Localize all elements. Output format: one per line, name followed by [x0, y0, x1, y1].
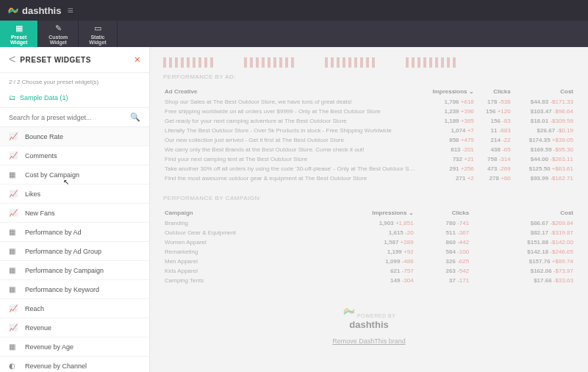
widget-item-label: Performance by Campaign	[25, 267, 104, 274]
performance-by-campaign-table: Campaign Impressions ⌄ Clicks Cost Brand…	[163, 207, 575, 285]
section-campaign-title: PERFORMANCE BY CAMPAIGN:	[163, 195, 575, 201]
row-name: Camping Tents	[163, 276, 320, 285]
widget-item[interactable]: ◐Revenue by Channel	[0, 357, 149, 372]
col-cost[interactable]: Cost	[470, 207, 575, 218]
row-cost: $142.18 -$246.65	[470, 247, 575, 257]
row-cost: $44.00 -$263.11	[512, 154, 575, 164]
widget-item-label: Likes	[25, 190, 40, 198]
table-row: Free shipping worldwide on all orders ov…	[163, 107, 575, 116]
line-icon: 📈	[9, 132, 19, 140]
row-name: Our new collection just arrived - Get it…	[163, 135, 417, 145]
col-cost[interactable]: Cost	[512, 86, 575, 97]
col-impressions[interactable]: Impressions ⌄	[417, 86, 476, 97]
table-row: Get ready for your next camping adventur…	[163, 116, 575, 126]
widget-item[interactable]: 📈Comments	[0, 146, 149, 165]
row-impressions: 291 +256	[417, 164, 476, 174]
col-ad-creative: Ad Creative	[163, 86, 417, 97]
widget-item[interactable]: 📈Bounce Rate	[0, 127, 149, 146]
row-cost: $93.99 -$162.71	[512, 174, 575, 183]
widget-item-label: Revenue by Channel	[25, 362, 87, 370]
table-row: We carry only the Best Brands at the Bes…	[163, 145, 575, 154]
row-impressions: 1,903 +1,851	[320, 218, 415, 228]
widget-list: 📈Bounce Rate📈Comments▦Cost by Campaign📈L…	[0, 127, 149, 372]
row-name: Remarketing	[163, 247, 320, 257]
row-name: Take another 30% off all orders by using…	[163, 164, 417, 174]
row-clicks: 278 +80	[476, 174, 512, 183]
table-row: Branding1,903 +1,851780 -741$86.67 -$269…	[163, 218, 575, 228]
widget-item-label: Revenue	[25, 324, 51, 332]
widget-item[interactable]: 📈Revenue	[0, 318, 149, 337]
line-icon: 📈	[9, 304, 19, 312]
line-icon: 📈	[9, 151, 19, 160]
row-clicks: 326 -625	[415, 257, 471, 266]
back-icon[interactable]: <	[9, 53, 15, 66]
row-clicks: 584 -100	[415, 247, 471, 257]
pie-icon: ◐	[9, 362, 19, 370]
widget-tab-bar: ▦ PresetWidget ✎ CustomWidget ▭ StaticWi…	[0, 21, 588, 47]
widget-item[interactable]: ▦Performance by Ad	[0, 223, 149, 242]
widget-item[interactable]: 📈Reach	[0, 299, 149, 318]
row-clicks: 860 -442	[415, 237, 471, 247]
row-name: Men Apparel	[163, 257, 320, 266]
widget-item[interactable]: 📈Likes	[0, 185, 149, 204]
row-impressions: 149 -304	[320, 276, 415, 285]
widget-item[interactable]: ▦Performance by Campaign	[0, 261, 149, 280]
line-icon: 📈	[9, 190, 19, 198]
static-widget-icon: ▭	[94, 24, 101, 33]
table-row: Camping Tents149 -30437 -171$17.66 -$33.…	[163, 276, 575, 285]
search-input[interactable]	[9, 114, 130, 121]
widget-item-label: New Fans	[25, 210, 55, 217]
widget-item[interactable]: ▦Performance by Keyword	[0, 280, 149, 299]
row-name: Women Apparel	[163, 237, 320, 247]
grid-icon: ▦	[9, 247, 19, 255]
col-impressions[interactable]: Impressions ⌄	[320, 207, 415, 218]
row-impressions: 1,074 +7	[417, 126, 476, 135]
tab-static-widget[interactable]: ▭ StaticWidget	[79, 21, 117, 47]
row-clicks: 37 -171	[415, 276, 471, 285]
custom-widget-icon: ✎	[55, 24, 62, 33]
row-name: Free shipping worldwide on all orders ov…	[163, 107, 417, 116]
table-row: Literally The Best Outdoor Store - Over …	[163, 126, 575, 135]
table-row: Shop our Sales at The Best Outdoor Store…	[163, 97, 575, 107]
row-cost: $44.83 -$171.33	[512, 97, 575, 107]
row-cost: $82.17 -$319.87	[470, 228, 575, 237]
row-cost: $18.01 -$309.59	[512, 116, 575, 126]
row-cost: $169.59 -$95.30	[512, 145, 575, 154]
grid-icon: ▦	[9, 228, 19, 236]
preset-widgets-panel: < PRESET WIDGETS × 2 / 2 Choose your pre…	[0, 47, 150, 372]
table-row: Men Apparel1,099 -486326 -625$157.76 +$8…	[163, 257, 575, 266]
widget-item-label: Reach	[25, 305, 44, 312]
row-cost: $162.06 -$73.97	[470, 266, 575, 276]
row-clicks: 156 -83	[476, 116, 512, 126]
breadcrumb: 2 / 2 Choose your preset widget(s)	[0, 73, 149, 91]
sample-data-row[interactable]: 🗂 Sample Data (1)	[0, 91, 149, 108]
menu-icon[interactable]: ≡	[67, 4, 73, 16]
col-clicks[interactable]: Clicks	[415, 207, 471, 218]
widget-item-label: Performance by Keyword	[25, 286, 99, 293]
close-icon[interactable]: ×	[135, 54, 140, 65]
widget-item[interactable]: ▦Performance by Ad Group	[0, 242, 149, 261]
performance-by-ad-table: Ad Creative Impressions ⌄ Clicks Cost Sh…	[163, 86, 575, 183]
row-name: Shop our Sales at The Best Outdoor Store…	[163, 97, 417, 107]
logo: dashthis	[7, 4, 61, 16]
row-cost: $103.47 -$96.64	[512, 107, 575, 116]
table-row: Find your next camping tent at The Best …	[163, 154, 575, 164]
widget-item[interactable]: 📈New Fans	[0, 204, 149, 223]
tab-preset-widget[interactable]: ▦ PresetWidget	[0, 21, 38, 47]
table-row: Kids Apparel621 -757263 -542$162.06 -$73…	[163, 266, 575, 276]
row-impressions: 1,706 +618	[417, 97, 476, 107]
col-clicks[interactable]: Clicks	[476, 86, 512, 97]
line-icon: 📈	[9, 323, 19, 332]
row-impressions: 858 +475	[417, 135, 476, 145]
logo-text: dashthis	[22, 5, 61, 16]
footer-logo-icon	[343, 304, 356, 318]
widget-item[interactable]: ▦Cost by Campaign	[0, 165, 149, 185]
widget-item-label: Bounce Rate	[25, 133, 63, 140]
remove-brand-link[interactable]: Remove DashThis brand	[332, 337, 406, 345]
sample-data-label: Sample Data (1)	[20, 94, 68, 101]
search-icon[interactable]: 🔍	[130, 112, 140, 122]
tab-custom-widget[interactable]: ✎ CustomWidget	[38, 21, 79, 47]
chart-previews	[163, 57, 575, 69]
row-name: We carry only the Best Brands at the Bes…	[163, 145, 417, 154]
widget-item[interactable]: ▦Revenue by Age	[0, 337, 149, 357]
